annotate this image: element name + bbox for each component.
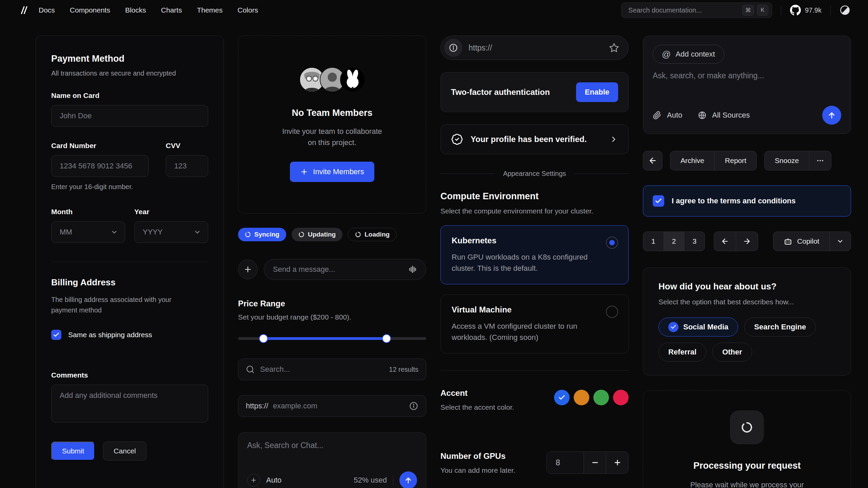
- more-button[interactable]: [809, 151, 831, 170]
- decrement-button[interactable]: [584, 452, 606, 473]
- slider-thumb-min[interactable]: [259, 334, 268, 343]
- nav-link-blocks[interactable]: Blocks: [125, 6, 146, 14]
- page-1-button[interactable]: 1: [643, 232, 664, 251]
- swatch-blue-selected[interactable]: [554, 390, 570, 405]
- chevron-right-icon: [609, 135, 618, 144]
- processing-title: Processing your request: [693, 461, 801, 471]
- next-button[interactable]: [736, 232, 758, 251]
- invite-members-button[interactable]: Invite Members: [290, 162, 374, 182]
- prompt-input[interactable]: [653, 71, 841, 106]
- card-number-input[interactable]: [60, 162, 140, 170]
- app-logo-icon[interactable]: [18, 4, 29, 16]
- search-field[interactable]: 12 results: [238, 359, 426, 380]
- price-range-slider[interactable]: [238, 334, 426, 343]
- waveform-icon[interactable]: [408, 265, 417, 274]
- enable-button[interactable]: Enable: [576, 82, 618, 102]
- gpus-title: Number of GPUs: [440, 451, 515, 461]
- copilot-menu-button[interactable]: [829, 232, 851, 251]
- paperclip-icon[interactable]: [653, 111, 662, 120]
- card-number-field[interactable]: [51, 155, 149, 177]
- swatch-orange[interactable]: [574, 390, 589, 405]
- kbd-cmd: ⌘: [742, 5, 754, 16]
- add-context-chip[interactable]: @ Add context: [653, 45, 724, 64]
- terms-checkbox-card[interactable]: I agree to the terms and conditions: [643, 185, 851, 217]
- cvv-field[interactable]: [166, 155, 208, 177]
- add-attachment-button[interactable]: [238, 260, 258, 279]
- github-link[interactable]: 97.9k: [790, 5, 822, 16]
- prompt-mode-label[interactable]: Auto: [667, 111, 682, 120]
- year-label: Year: [134, 208, 208, 216]
- cancel-button[interactable]: Cancel: [103, 442, 146, 461]
- page-3-button[interactable]: 3: [684, 232, 705, 251]
- message-input[interactable]: [273, 265, 403, 274]
- archive-button[interactable]: Archive: [670, 151, 714, 170]
- prev-button[interactable]: [714, 232, 736, 251]
- prompt-send-button[interactable]: [822, 106, 841, 125]
- chat-mode-label[interactable]: Auto: [266, 476, 281, 485]
- verified-alert[interactable]: Your profile has been verified.: [440, 124, 629, 154]
- theme-toggle-icon[interactable]: [840, 5, 850, 16]
- back-button[interactable]: [643, 151, 663, 170]
- info-icon[interactable]: [409, 401, 418, 411]
- chat-add-button[interactable]: [247, 474, 260, 487]
- nav-link-colors[interactable]: Colors: [238, 6, 258, 14]
- cvv-input[interactable]: [174, 162, 200, 170]
- site-info-button[interactable]: [444, 39, 462, 57]
- gpu-count-input[interactable]: [556, 458, 576, 467]
- increment-button[interactable]: [606, 452, 628, 473]
- arrow-right-icon: [743, 237, 751, 245]
- survey-subtitle: Select the option that best describes ho…: [658, 298, 835, 306]
- option-title: Virtual Machine: [452, 305, 617, 314]
- page-group: 1 2 3: [643, 231, 705, 251]
- spinner-icon: [298, 231, 304, 238]
- nav-link-docs[interactable]: Docs: [39, 6, 55, 14]
- status-badges: Syncing Updating Loading: [238, 228, 426, 241]
- swatch-red[interactable]: [613, 390, 629, 405]
- radio-selected[interactable]: [606, 237, 618, 249]
- usage-label: 52% used: [354, 476, 387, 485]
- browser-url-field[interactable]: https://: [440, 36, 629, 60]
- docs-search-button[interactable]: Search documentation... ⌘ K: [621, 2, 772, 18]
- year-select[interactable]: YYYY: [134, 221, 208, 243]
- chip-social-media[interactable]: Social Media: [658, 318, 738, 337]
- nav-link-charts[interactable]: Charts: [161, 6, 182, 14]
- option-title: Kubernetes: [452, 236, 617, 245]
- url-field[interactable]: https://: [238, 395, 426, 417]
- option-kubernetes[interactable]: Kubernetes Run GPU workloads on a K8s co…: [440, 225, 629, 284]
- slider-range: [263, 337, 387, 340]
- message-field[interactable]: [264, 259, 426, 280]
- comments-textarea[interactable]: [60, 391, 200, 416]
- chip-search-engine[interactable]: Search Engine: [744, 318, 816, 337]
- name-on-card-field[interactable]: [51, 105, 208, 127]
- report-button[interactable]: Report: [714, 151, 756, 170]
- chip-other[interactable]: Other: [712, 343, 752, 362]
- comments-field[interactable]: [51, 385, 208, 423]
- copilot-button[interactable]: Copilot: [773, 232, 829, 251]
- radio-unselected[interactable]: [606, 306, 618, 318]
- option-virtual-machine[interactable]: Virtual Machine Access a VM configured c…: [440, 294, 629, 353]
- checkbox-checked[interactable]: [51, 330, 61, 340]
- sources-label[interactable]: All Sources: [712, 111, 750, 120]
- slider-thumb-max[interactable]: [382, 334, 391, 343]
- chip-referral[interactable]: Referral: [658, 343, 706, 362]
- star-icon[interactable]: [609, 42, 619, 53]
- chat-send-button[interactable]: [399, 471, 417, 488]
- kbd-k: K: [757, 5, 768, 16]
- submit-button[interactable]: Submit: [51, 442, 95, 461]
- swatch-green[interactable]: [593, 390, 609, 405]
- checkbox-checked[interactable]: [653, 195, 664, 207]
- column-two: No Team Members Invite your team to coll…: [238, 36, 426, 488]
- nav-link-components[interactable]: Components: [70, 6, 110, 14]
- search-input[interactable]: [260, 365, 383, 374]
- chat-input[interactable]: [247, 441, 417, 471]
- month-select[interactable]: MM: [51, 221, 125, 243]
- same-as-shipping-row[interactable]: Same as shipping address: [51, 330, 208, 340]
- nav-link-themes[interactable]: Themes: [197, 6, 223, 14]
- url-input[interactable]: [273, 402, 404, 410]
- name-on-card-input[interactable]: [60, 111, 200, 120]
- same-as-shipping-label: Same as shipping address: [68, 331, 152, 339]
- plus-icon: [250, 477, 257, 484]
- page-2-button[interactable]: 2: [664, 232, 684, 251]
- globe-icon[interactable]: [698, 111, 707, 120]
- snooze-button[interactable]: Snooze: [765, 151, 809, 170]
